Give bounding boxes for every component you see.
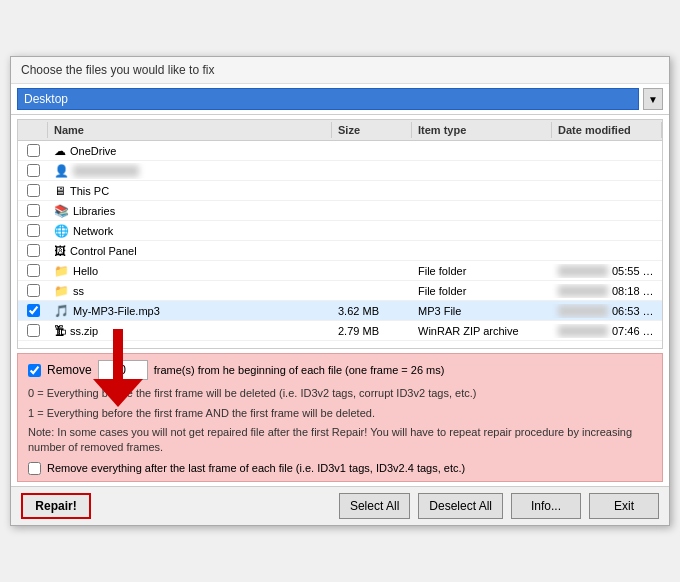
file-type-ss: File folder: [412, 284, 552, 298]
location-bar: ▼: [11, 84, 669, 115]
remove-last-label: Remove everything after the last frame o…: [47, 462, 465, 474]
file-size-hello: [332, 270, 412, 272]
table-row: 📚Libraries: [18, 201, 662, 221]
table-row: 🗜ss.zip2.79 MBWinRAR ZIP archiveXXXXXXX0…: [18, 321, 662, 341]
file-checkbox-zip[interactable]: [27, 324, 40, 337]
file-checkbox-controlpanel[interactable]: [27, 244, 40, 257]
file-icon-thispc: 🖥: [54, 184, 66, 198]
remove-checkbox[interactable]: [28, 364, 41, 377]
table-row: 🖥This PC: [18, 181, 662, 201]
remove-last-checkbox[interactable]: [28, 462, 41, 475]
file-icon-zip: 🗜: [54, 324, 66, 338]
file-checkbox-onedrive[interactable]: [27, 144, 40, 157]
file-icon-onedrive: ☁: [54, 144, 66, 158]
file-name-mp3: 🎵My-MP3-File.mp3: [48, 303, 332, 319]
file-checkbox-hello[interactable]: [27, 264, 40, 277]
file-name-ss: 📁ss: [48, 283, 332, 299]
file-type-hello: File folder: [412, 264, 552, 278]
file-date-network: [552, 230, 662, 232]
file-name-zip: 🗜ss.zip: [48, 323, 332, 339]
table-row: 🎵My-MP3-File.mp33.62 MBMP3 FileXXXXXXX06…: [18, 301, 662, 321]
file-checkbox-network[interactable]: [27, 224, 40, 237]
file-date-libraries: [552, 210, 662, 212]
remove-row: Remove frame(s) from he beginning of eac…: [28, 360, 652, 380]
file-type-libraries: [412, 210, 552, 212]
table-row: 📁ssFile folderXXXXXXX08:18 PM: [18, 281, 662, 301]
col-size: Size: [332, 122, 412, 138]
info-button[interactable]: Info...: [511, 493, 581, 519]
file-type-network: [412, 230, 552, 232]
col-name: Name: [48, 122, 332, 138]
col-type: Item type: [412, 122, 552, 138]
remove-last-row: Remove everything after the last frame o…: [28, 462, 652, 475]
select-all-button[interactable]: Select All: [339, 493, 410, 519]
info-text-2: 1 = Everything before the first frame AN…: [28, 406, 652, 421]
table-row: ☁OneDrive: [18, 141, 662, 161]
file-icon-mp3: 🎵: [54, 304, 69, 318]
file-icon-network: 🌐: [54, 224, 69, 238]
file-checkbox-thispc[interactable]: [27, 184, 40, 197]
file-type-controlpanel: [412, 250, 552, 252]
file-date-controlpanel: [552, 250, 662, 252]
file-name-thispc: 🖥This PC: [48, 183, 332, 199]
file-size-libraries: [332, 210, 412, 212]
file-type-zip: WinRAR ZIP archive: [412, 324, 552, 338]
file-type-user: [412, 170, 552, 172]
file-icon-ss: 📁: [54, 284, 69, 298]
file-size-user: [332, 170, 412, 172]
file-icon-hello: 📁: [54, 264, 69, 278]
file-name-network: 🌐Network: [48, 223, 332, 239]
file-date-onedrive: [552, 150, 662, 152]
file-date-thispc: [552, 190, 662, 192]
deselect-all-button[interactable]: Deselect All: [418, 493, 503, 519]
file-date-mp3: XXXXXXX06:53 PM: [552, 304, 662, 318]
file-type-mp3: MP3 File: [412, 304, 552, 318]
remove-frames-input[interactable]: [98, 360, 148, 380]
file-size-thispc: [332, 190, 412, 192]
options-section: Remove frame(s) from he beginning of eac…: [17, 353, 663, 482]
file-name-controlpanel: 🖼Control Panel: [48, 243, 332, 259]
bottom-buttons: Repair! Select All Deselect All Info... …: [11, 486, 669, 525]
table-row: 📁HelloFile folderXXXXXXX05:55 PM: [18, 261, 662, 281]
file-name-hello: 📁Hello: [48, 263, 332, 279]
remove-suffix: frame(s) from he beginning of each file …: [154, 364, 445, 376]
file-checkbox-ss[interactable]: [27, 284, 40, 297]
file-rows: ☁OneDrive👤XXXXXXXXX🖥This PC📚Libraries🌐Ne…: [18, 141, 662, 341]
location-input[interactable]: [17, 88, 639, 110]
file-size-mp3: 3.62 MB: [332, 304, 412, 318]
file-checkbox-mp3[interactable]: [27, 304, 40, 317]
file-list-container: Name Size Item type Date modified ☁OneDr…: [17, 119, 663, 349]
file-icon-controlpanel: 🖼: [54, 244, 66, 258]
dialog-title: Choose the files you would like to fix: [11, 57, 669, 84]
file-icon-libraries: 📚: [54, 204, 69, 218]
file-size-network: [332, 230, 412, 232]
file-name-libraries: 📚Libraries: [48, 203, 332, 219]
remove-label: Remove: [47, 363, 92, 377]
file-type-onedrive: [412, 150, 552, 152]
file-date-zip: XXXXXXX07:46 PM: [552, 324, 662, 338]
location-dropdown-button[interactable]: ▼: [643, 88, 663, 110]
file-type-thispc: [412, 190, 552, 192]
file-date-user: [552, 170, 662, 172]
col-date: Date modified: [552, 122, 662, 138]
file-date-hello: XXXXXXX05:55 PM: [552, 264, 662, 278]
note-text: Note: In some cases you will not get rep…: [28, 425, 652, 456]
table-row: 🖼Control Panel: [18, 241, 662, 261]
file-date-ss: XXXXXXX08:18 PM: [552, 284, 662, 298]
info-text-1: 0 = Everything before the first frame wi…: [28, 386, 652, 401]
file-size-onedrive: [332, 150, 412, 152]
file-list-header: Name Size Item type Date modified: [18, 120, 662, 141]
main-dialog: Choose the files you would like to fix ▼…: [10, 56, 670, 526]
file-checkbox-libraries[interactable]: [27, 204, 40, 217]
table-row: 🌐Network: [18, 221, 662, 241]
file-size-zip: 2.79 MB: [332, 324, 412, 338]
file-name-onedrive: ☁OneDrive: [48, 143, 332, 159]
col-check: [18, 122, 48, 138]
file-name-user: 👤XXXXXXXXX: [48, 163, 332, 179]
file-size-ss: [332, 290, 412, 292]
file-checkbox-user[interactable]: [27, 164, 40, 177]
exit-button[interactable]: Exit: [589, 493, 659, 519]
repair-button[interactable]: Repair!: [21, 493, 91, 519]
file-size-controlpanel: [332, 250, 412, 252]
table-row: 👤XXXXXXXXX: [18, 161, 662, 181]
